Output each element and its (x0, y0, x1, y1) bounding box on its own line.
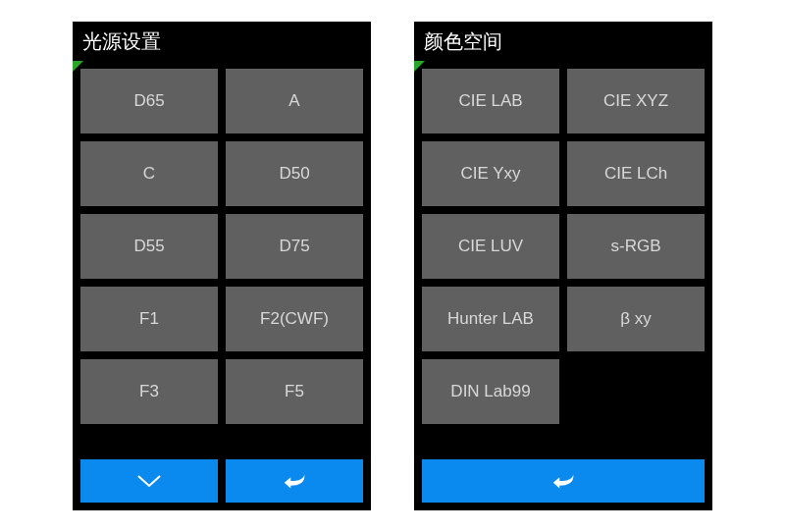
back-button[interactable] (422, 459, 705, 503)
option-d55[interactable]: D55 (80, 214, 218, 279)
color-space-panel: 颜色空间 CIE LAB CIE XYZ CIE Yxy CIE LCh CIE… (414, 22, 712, 510)
chevron-down-icon (135, 471, 163, 491)
panel-header: 光源设置 (73, 22, 371, 61)
selection-indicator-icon (73, 61, 83, 72)
panel-header: 颜色空间 (414, 22, 712, 61)
option-hunter-lab[interactable]: Hunter LAB (422, 287, 559, 351)
options-grid: D65 A C D50 D55 D75 F1 F2(CWF) F3 F5 (73, 61, 371, 452)
options-grid: CIE LAB CIE XYZ CIE Yxy CIE LCh CIE LUV … (414, 61, 712, 452)
option-s-rgb[interactable]: s-RGB (567, 214, 705, 279)
light-source-panel: 光源设置 D65 A C D50 D55 D75 F1 F2(CWF) F3 F… (73, 22, 371, 510)
option-cie-yxy[interactable]: CIE Yxy (422, 141, 559, 206)
option-f5[interactable]: F5 (226, 359, 363, 424)
back-button[interactable] (226, 459, 363, 503)
back-arrow-icon (550, 471, 577, 491)
back-arrow-icon (281, 471, 308, 491)
option-a[interactable]: A (226, 69, 363, 133)
option-d50[interactable]: D50 (226, 141, 363, 206)
option-cie-xyz[interactable]: CIE XYZ (567, 69, 705, 133)
option-cie-luv[interactable]: CIE LUV (422, 214, 559, 279)
option-f1[interactable]: F1 (80, 287, 218, 351)
option-d65[interactable]: D65 (80, 69, 218, 133)
option-din-lab99[interactable]: DIN Lab99 (422, 359, 559, 424)
selection-indicator-icon (414, 61, 425, 72)
footer-actions (414, 452, 712, 510)
option-f2cwf[interactable]: F2(CWF) (226, 287, 363, 351)
option-cie-lab[interactable]: CIE LAB (422, 69, 559, 133)
option-f3[interactable]: F3 (80, 359, 218, 424)
panel-title: 颜色空间 (424, 28, 502, 55)
scroll-down-button[interactable] (80, 459, 218, 503)
option-d75[interactable]: D75 (226, 214, 363, 279)
option-cie-lch[interactable]: CIE LCh (567, 141, 705, 206)
footer-actions (73, 452, 371, 510)
option-c[interactable]: C (80, 141, 218, 206)
panel-title: 光源设置 (82, 28, 161, 55)
option-beta-xy[interactable]: β xy (567, 287, 705, 351)
